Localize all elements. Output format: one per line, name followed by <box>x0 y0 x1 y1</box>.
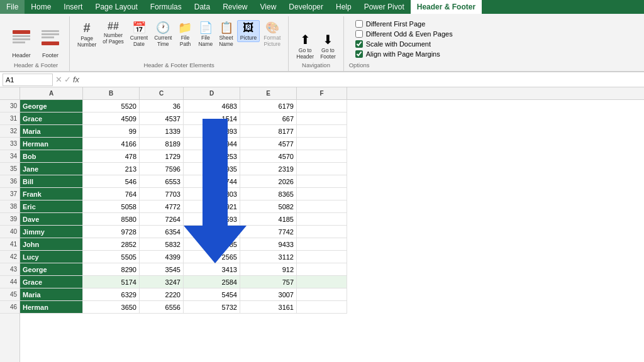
menu-view[interactable]: View <box>254 0 283 14</box>
cell-D38[interactable]: 4921 <box>184 200 240 213</box>
cell-F32[interactable] <box>297 125 347 138</box>
cell-A43[interactable]: George <box>20 263 83 276</box>
cell-E41[interactable]: 9433 <box>240 238 297 251</box>
cell-C38[interactable]: 4772 <box>140 200 184 213</box>
cell-C32[interactable]: 1339 <box>140 125 184 138</box>
cell-B39[interactable]: 8580 <box>83 213 140 226</box>
cell-B42[interactable]: 5505 <box>83 251 140 263</box>
menu-formulas[interactable]: Formulas <box>144 0 188 14</box>
cell-C31[interactable]: 4537 <box>140 112 184 125</box>
cell-A32[interactable]: Maria <box>20 125 83 138</box>
cell-D32[interactable]: 4393 <box>184 125 240 138</box>
cell-A44[interactable]: Grace <box>20 276 83 288</box>
cell-F39[interactable] <box>297 213 347 226</box>
cell-B35[interactable]: 213 <box>83 163 140 175</box>
cell-C37[interactable]: 7703 <box>140 188 184 200</box>
cell-F34[interactable] <box>297 150 347 163</box>
cell-B46[interactable]: 3650 <box>83 301 140 314</box>
cell-F36[interactable] <box>297 175 347 188</box>
cell-C40[interactable]: 6354 <box>140 226 184 238</box>
cell-E38[interactable]: 5082 <box>240 200 297 213</box>
menu-help[interactable]: Help <box>330 0 358 14</box>
cell-C46[interactable]: 6556 <box>140 301 184 314</box>
align-margins-checkbox[interactable] <box>355 50 363 58</box>
cell-B38[interactable]: 5058 <box>83 200 140 213</box>
diff-first-page-checkbox[interactable] <box>355 20 363 28</box>
cell-A38[interactable]: Eric <box>20 200 83 213</box>
cell-E32[interactable]: 8177 <box>240 125 297 138</box>
cell-B37[interactable]: 764 <box>83 188 140 200</box>
cell-C41[interactable]: 5832 <box>140 238 184 251</box>
cell-A41[interactable]: John <box>20 238 83 251</box>
cell-C34[interactable]: 1729 <box>140 150 184 163</box>
picture-button[interactable]: 🖼 Picture <box>237 20 260 42</box>
menu-review[interactable]: Review <box>216 0 253 14</box>
cell-F43[interactable] <box>297 263 347 276</box>
cell-E35[interactable]: 2319 <box>240 163 297 175</box>
cell-A34[interactable]: Bob <box>20 150 83 163</box>
current-date-button[interactable]: 📅 CurrentDate <box>128 20 150 48</box>
cell-E40[interactable]: 7742 <box>240 226 297 238</box>
sheet-name-button[interactable]: 📋 SheetName <box>216 20 236 48</box>
cell-F37[interactable] <box>297 188 347 200</box>
header-button[interactable]: Header <box>8 28 35 60</box>
format-picture-button[interactable]: 🎨 FormatPicture <box>261 20 283 48</box>
cell-E39[interactable]: 4185 <box>240 213 297 226</box>
cell-D43[interactable]: 3413 <box>184 263 240 276</box>
cell-B45[interactable]: 6329 <box>83 288 140 301</box>
table-row[interactable]: Bob478172942534570 <box>20 150 644 163</box>
cell-B31[interactable]: 4509 <box>83 112 140 125</box>
cell-B43[interactable]: 8290 <box>83 263 140 276</box>
cell-C30[interactable]: 36 <box>140 100 184 112</box>
go-to-footer-button[interactable]: ⬇ Go toFooter <box>318 31 338 60</box>
scale-doc-checkbox[interactable] <box>355 40 363 48</box>
table-row[interactable]: Maria99133943938177 <box>20 125 644 138</box>
cell-D46[interactable]: 5732 <box>184 301 240 314</box>
diff-odd-even-checkbox[interactable] <box>355 30 363 38</box>
cell-E37[interactable]: 8365 <box>240 188 297 200</box>
cell-D31[interactable]: 1514 <box>184 112 240 125</box>
cell-A35[interactable]: Jane <box>20 163 83 175</box>
cell-C45[interactable]: 2220 <box>140 288 184 301</box>
current-time-button[interactable]: 🕐 CurrentTime <box>152 20 174 48</box>
cell-E36[interactable]: 2026 <box>240 175 297 188</box>
cell-B40[interactable]: 9728 <box>83 226 140 238</box>
cell-E30[interactable]: 6179 <box>240 100 297 112</box>
name-box[interactable] <box>3 74 53 86</box>
cell-D36[interactable]: 7744 <box>184 175 240 188</box>
table-row[interactable]: Herman3650655657323161 <box>20 301 644 314</box>
cell-D41[interactable]: 8085 <box>184 238 240 251</box>
cell-D44[interactable]: 2584 <box>184 276 240 288</box>
cell-E45[interactable]: 3007 <box>240 288 297 301</box>
table-row[interactable]: Jimmy9728635425577742 <box>20 226 644 238</box>
cell-E44[interactable]: 757 <box>240 276 297 288</box>
file-name-button[interactable]: 📄 FileName <box>196 20 215 48</box>
footer-button[interactable]: Footer <box>36 28 64 60</box>
cell-D42[interactable]: 2565 <box>184 251 240 263</box>
cell-A31[interactable]: Grace <box>20 112 83 125</box>
cell-A37[interactable]: Frank <box>20 188 83 200</box>
cell-B33[interactable]: 4166 <box>83 138 140 150</box>
cell-D45[interactable]: 5454 <box>184 288 240 301</box>
cell-C33[interactable]: 8189 <box>140 138 184 150</box>
cell-C42[interactable]: 4399 <box>140 251 184 263</box>
table-row[interactable]: Frank764770373038365 <box>20 188 644 200</box>
cell-F46[interactable] <box>297 301 347 314</box>
table-row[interactable]: Dave8580726425934185 <box>20 213 644 226</box>
cell-B41[interactable]: 2852 <box>83 238 140 251</box>
cell-B32[interactable]: 99 <box>83 125 140 138</box>
cell-A46[interactable]: Herman <box>20 301 83 314</box>
table-row[interactable]: George55203646836179 <box>20 100 644 112</box>
cell-B36[interactable]: 546 <box>83 175 140 188</box>
cell-C43[interactable]: 3545 <box>140 263 184 276</box>
cell-F41[interactable] <box>297 238 347 251</box>
cell-D33[interactable]: 9944 <box>184 138 240 150</box>
page-number-button[interactable]: # PageNumber <box>75 20 99 48</box>
cell-C39[interactable]: 7264 <box>140 213 184 226</box>
cell-F31[interactable] <box>297 112 347 125</box>
menu-insert[interactable]: Insert <box>57 0 89 14</box>
cell-F30[interactable] <box>297 100 347 112</box>
menu-page-layout[interactable]: Page Layout <box>89 0 143 14</box>
table-row[interactable]: John2852583280859433 <box>20 238 644 251</box>
cell-B30[interactable]: 5520 <box>83 100 140 112</box>
